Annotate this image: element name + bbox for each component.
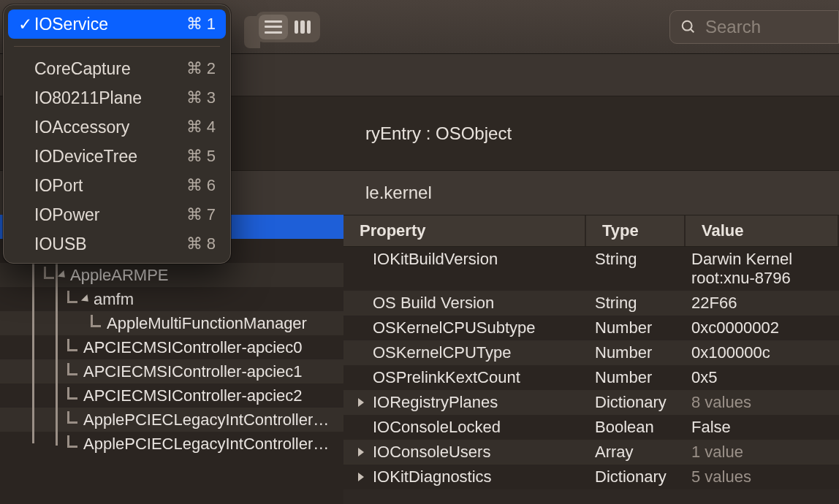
property-row[interactable]: IOConsoleUsersArray1 value: [343, 440, 839, 465]
search-icon: [680, 19, 696, 35]
details-pane: ryEntry : OSObject le.kernel Property Ty…: [343, 54, 839, 504]
tree-row[interactable]: AppleMultiFunctionManager: [0, 311, 343, 335]
tree-elbow-icon: [67, 387, 79, 405]
dropdown-separator: [14, 46, 220, 47]
tree-label: amfm: [94, 290, 134, 309]
property-table-header: Property Type Value: [343, 215, 839, 247]
tree-row[interactable]: APCIECMSIController-apciec1: [0, 359, 343, 383]
view-mode-segmented[interactable]: [256, 12, 320, 42]
tree-row[interactable]: APCIECMSIController-apciec2: [0, 383, 343, 408]
tree-label: APCIECMSIController-apciec1: [83, 362, 303, 381]
plane-option[interactable]: IOUSB⌘ 8: [8, 229, 226, 259]
plane-option-shortcut: ⌘ 8: [186, 234, 216, 253]
disclosure-closed-icon[interactable]: [358, 398, 364, 407]
search-field[interactable]: Search: [669, 10, 839, 44]
plane-option[interactable]: ✓IOService⌘ 1: [8, 9, 226, 39]
plane-option-shortcut: ⌘ 5: [186, 147, 216, 166]
plane-option[interactable]: IOPower⌘ 7: [8, 200, 226, 229]
columns-icon: [295, 20, 311, 34]
plane-option-shortcut: ⌘ 1: [186, 15, 216, 34]
plane-option[interactable]: CoreCapture⌘ 2: [8, 54, 226, 83]
property-row[interactable]: OSKernelCPUTypeNumber0x100000c: [343, 340, 839, 365]
class-hierarchy-text: ryEntry : OSObject: [365, 123, 512, 144]
tree-elbow-icon: [67, 339, 79, 356]
property-row[interactable]: IORegistryPlanesDictionary8 values: [343, 390, 839, 415]
plane-option-label: IOPort: [34, 176, 186, 196]
svg-line-1: [691, 28, 694, 32]
tree-elbow-icon: [67, 435, 79, 453]
tree-elbow-icon: [67, 411, 79, 429]
view-mode-list[interactable]: [259, 15, 288, 39]
check-icon: ✓: [18, 15, 34, 34]
plane-option-shortcut: ⌘ 2: [186, 59, 216, 78]
tree-elbow-icon: [91, 315, 102, 332]
disclosure-closed-icon[interactable]: [358, 473, 364, 481]
tree-row[interactable]: amfm: [0, 287, 343, 311]
plane-option[interactable]: IOPort⌘ 6: [8, 171, 226, 200]
plane-option-label: IOAccessory: [34, 118, 186, 137]
property-value: 0x100000c: [686, 343, 839, 362]
tree-row[interactable]: ApplePCIECLegacyIntController…: [0, 432, 343, 456]
tree-label: APCIECMSIController-apciec0: [83, 338, 303, 357]
property-name: IOConsoleUsers: [373, 443, 490, 462]
plane-option[interactable]: IO80211Plane⌘ 3: [8, 83, 226, 112]
search-placeholder: Search: [705, 17, 761, 37]
segmented-partial-left: [244, 16, 260, 48]
property-table-body: IOKitBuildVersionStringDarwin Kernel roo…: [343, 247, 839, 489]
property-name: IOKitDiagnostics: [373, 467, 492, 486]
tree-label: AppleARMPE: [70, 266, 169, 285]
property-type: Number: [586, 368, 686, 387]
property-value: 1 value: [686, 443, 839, 462]
plane-option-label: IOPower: [34, 205, 186, 225]
property-type: Array: [586, 443, 686, 462]
property-type: Number: [586, 318, 686, 337]
property-row[interactable]: OS Build VersionString22F66: [343, 291, 839, 316]
plane-option-label: IOUSB: [34, 234, 186, 254]
disclosure-closed-icon[interactable]: [358, 448, 364, 457]
plane-option-shortcut: ⌘ 4: [186, 118, 216, 137]
property-row[interactable]: IOKitDiagnosticsDictionary5 values: [343, 465, 839, 489]
tree-elbow-icon: [44, 267, 56, 284]
tree-row[interactable]: ApplePCIECLegacyIntController…: [0, 408, 343, 432]
plane-option-shortcut: ⌘ 6: [186, 176, 216, 195]
tree-row[interactable]: APCIECMSIController-apciec0: [0, 335, 343, 359]
svg-point-0: [683, 20, 692, 30]
property-value: 22F66: [686, 294, 839, 313]
property-row[interactable]: OSKernelCPUSubtypeNumber0xc0000002: [343, 316, 839, 340]
property-name: OSKernelCPUSubtype: [373, 318, 536, 337]
property-value: 0x5: [686, 368, 839, 387]
property-name: IOConsoleLocked: [373, 418, 501, 437]
property-row[interactable]: IOKitBuildVersionStringDarwin Kernel roo…: [343, 247, 839, 291]
th-value[interactable]: Value: [686, 215, 839, 246]
property-row[interactable]: IOConsoleLockedBooleanFalse: [343, 415, 839, 440]
property-type: Number: [586, 343, 686, 362]
tree-row[interactable]: AppleARMPE: [0, 263, 343, 287]
property-type: Boolean: [586, 418, 686, 437]
property-type: String: [586, 250, 686, 269]
plane-option[interactable]: IODeviceTree⌘ 5: [8, 142, 226, 171]
bundle-id: le.kernel: [343, 171, 839, 215]
plane-dropdown[interactable]: ✓IOService⌘ 1CoreCapture⌘ 2IO80211Plane⌘…: [3, 4, 231, 264]
plane-option-label: CoreCapture: [34, 59, 186, 79]
plane-option-label: IOService: [34, 15, 186, 34]
property-type: Dictionary: [586, 467, 686, 486]
th-property[interactable]: Property: [343, 215, 586, 246]
property-name: OS Build Version: [373, 294, 494, 313]
property-name: IOKitBuildVersion: [373, 250, 498, 269]
property-name: OSPrelinkKextCount: [373, 368, 520, 387]
property-name: IORegistryPlanes: [373, 393, 498, 412]
bundle-id-text: le.kernel: [365, 183, 432, 203]
property-value: 8 values: [686, 393, 839, 412]
property-value: 0xc0000002: [686, 318, 839, 337]
property-name: OSKernelCPUType: [373, 343, 512, 362]
property-row[interactable]: OSPrelinkKextCountNumber0x5: [343, 365, 839, 390]
view-mode-columns[interactable]: [288, 15, 317, 39]
disclosure-open-icon[interactable]: [81, 294, 91, 304]
tree-label: AppleMultiFunctionManager: [107, 314, 307, 333]
property-type: Dictionary: [586, 393, 686, 412]
property-type: String: [586, 294, 686, 313]
disclosure-open-icon[interactable]: [58, 270, 68, 280]
plane-option[interactable]: IOAccessory⌘ 4: [8, 112, 226, 142]
th-type[interactable]: Type: [586, 215, 686, 246]
plane-option-shortcut: ⌘ 7: [186, 205, 216, 224]
